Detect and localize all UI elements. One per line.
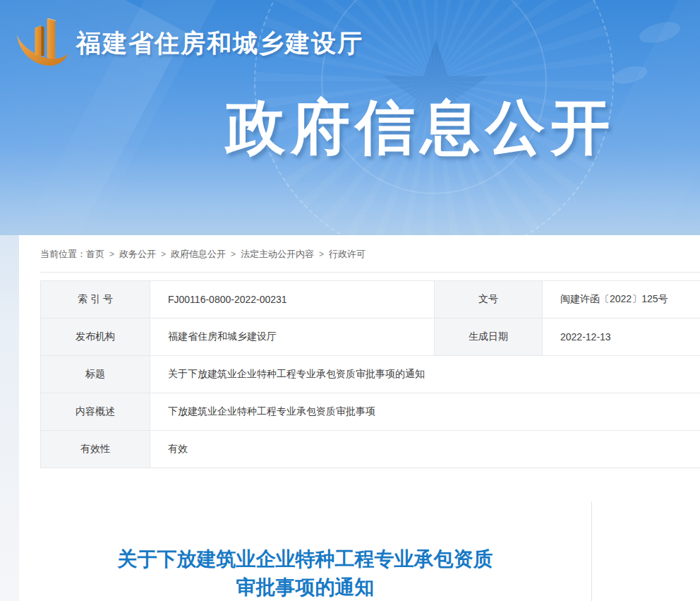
table-row: 索 引 号 FJ00116-0800-2022-00231 文号 闽建许函〔20… xyxy=(41,281,700,319)
meta-value-validity: 有效 xyxy=(150,431,700,468)
breadcrumb-label: 当前位置： xyxy=(40,248,86,261)
breadcrumb: 当前位置： 首页 > 政务公开 > 政府信息公开 > 法定主动公开内容 > 行政… xyxy=(40,245,366,263)
table-row: 内容概述 下放建筑业企业特种工程专业承包资质审批事项 xyxy=(41,393,700,431)
document-body-area: 关于下放建筑业企业特种工程专业承包资质 审批事项的通知 xyxy=(19,501,592,601)
site-title: 福建省住房和城乡建设厅 xyxy=(76,27,363,60)
document-title: 关于下放建筑业企业特种工程专业承包资质 审批事项的通知 xyxy=(19,501,591,601)
meta-value-publisher: 福建省住房和城乡建设厅 xyxy=(150,319,435,356)
breadcrumb-separator: > xyxy=(161,249,166,259)
breadcrumb-item-fading-neirong[interactable]: 法定主动公开内容 xyxy=(241,248,314,261)
breadcrumb-item-home[interactable]: 首页 xyxy=(86,248,104,261)
content-card: 当前位置： 首页 > 政务公开 > 政府信息公开 > 法定主动公开内容 > 行政… xyxy=(19,235,700,601)
meta-label-summary: 内容概述 xyxy=(41,393,150,431)
department-logo-icon xyxy=(14,14,72,72)
breadcrumb-separator: > xyxy=(231,249,236,259)
site-banner: 福建省住房和城乡建设厅 政府信息公开 xyxy=(0,0,700,235)
decor-blob xyxy=(611,63,649,87)
meta-label-doc-no: 文号 xyxy=(435,281,543,319)
document-title-line2: 审批事项的通知 xyxy=(19,573,591,601)
breadcrumb-separator: > xyxy=(109,249,114,259)
meta-label-index-no: 索 引 号 xyxy=(41,281,150,319)
meta-label-date: 生成日期 xyxy=(435,319,543,356)
meta-value-title: 关于下放建筑业企业特种工程专业承包资质审批事项的通知 xyxy=(150,356,700,393)
decor-blob xyxy=(637,18,683,47)
breadcrumb-separator: > xyxy=(319,249,324,259)
meta-value-index-no: FJ00116-0800-2022-00231 xyxy=(150,281,435,319)
document-title-line1: 关于下放建筑业企业特种工程专业承包资质 xyxy=(19,545,591,573)
breadcrumb-item-xinxi-gongkai[interactable]: 政府信息公开 xyxy=(171,248,226,261)
meta-value-summary: 下放建筑业企业特种工程专业承包资质审批事项 xyxy=(150,393,700,431)
meta-label-validity: 有效性 xyxy=(41,431,150,468)
site-brand[interactable]: 福建省住房和城乡建设厅 xyxy=(14,14,363,72)
banner-page-title: 政府信息公开 xyxy=(226,95,615,160)
table-row: 有效性 有效 xyxy=(41,431,700,468)
meta-value-doc-no: 闽建许函〔2022〕125号 xyxy=(543,281,700,319)
meta-label-title: 标题 xyxy=(41,356,150,393)
breadcrumb-item-zhengwu[interactable]: 政务公开 xyxy=(119,248,156,261)
document-meta-table: 索 引 号 FJ00116-0800-2022-00231 文号 闽建许函〔20… xyxy=(40,280,700,468)
table-row: 标题 关于下放建筑业企业特种工程专业承包资质审批事项的通知 xyxy=(41,356,700,393)
table-row: 发布机构 福建省住房和城乡建设厅 生成日期 2022-12-13 xyxy=(41,319,700,356)
meta-label-publisher: 发布机构 xyxy=(41,319,150,356)
breadcrumb-divider xyxy=(40,272,700,273)
meta-value-date: 2022-12-13 xyxy=(543,319,700,356)
breadcrumb-item-xingzheng-xuke[interactable]: 行政许可 xyxy=(329,248,366,261)
